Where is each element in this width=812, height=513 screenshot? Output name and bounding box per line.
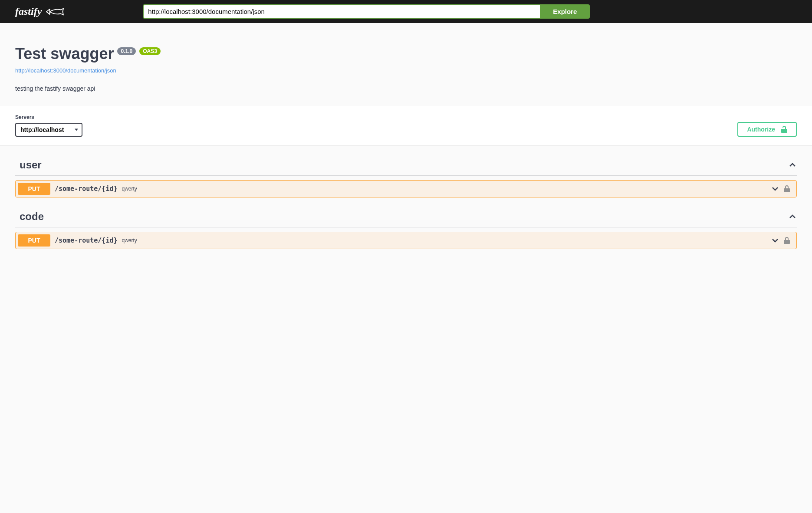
logo: fastify [15,6,65,17]
tag-section-code: code PUT /some-route/{id} qwerty [15,206,797,249]
spec-url-input[interactable] [143,4,540,19]
tag-section-user: user PUT /some-route/{id} qwerty [15,155,797,197]
api-title: Test swagger [15,45,114,63]
chevron-up-icon [788,212,797,221]
tag-name: user [20,159,42,171]
chevron-up-icon [788,161,797,169]
lock-icon[interactable] [784,185,790,192]
lock-icon[interactable] [784,237,790,244]
title-row: Test swagger 0.1.0 OAS3 [15,45,797,63]
version-badge: 0.1.0 [117,47,136,55]
tag-header[interactable]: code [15,206,797,227]
operation-row: PUT /some-route/{id} qwerty [15,232,797,249]
operation-summary: qwerty [122,186,772,192]
operation-header[interactable]: PUT /some-route/{id} qwerty [16,232,796,249]
authorize-label: Authorize [747,126,775,133]
servers-select[interactable]: http://localhost [15,123,82,137]
servers-label: Servers [15,114,82,120]
operation-right-controls [772,237,794,244]
topbar: fastify Explore [0,0,812,23]
http-method-badge: PUT [18,183,50,195]
scheme-section: Servers http://localhost Authorize [0,105,812,146]
authorize-button[interactable]: Authorize [737,122,797,137]
operation-path: /some-route/{id} [55,185,118,193]
chevron-down-icon [772,238,779,243]
oas-badge: OAS3 [139,47,161,55]
servers-block: Servers http://localhost [15,114,82,137]
lock-open-icon [781,126,787,133]
info-section: Test swagger 0.1.0 OAS3 http://localhost… [0,23,812,105]
logo-text: fastify [15,6,42,17]
chevron-down-icon [772,187,779,191]
http-method-badge: PUT [18,234,50,247]
tag-header[interactable]: user [15,155,797,176]
spec-url-link[interactable]: http://localhost:3000/documentation/json [15,67,116,74]
operation-right-controls [772,185,794,192]
fastify-fish-icon [45,7,65,17]
api-description: testing the fastify swagger api [15,85,797,92]
explore-button[interactable]: Explore [540,4,590,19]
tag-name: code [20,210,44,223]
operation-header[interactable]: PUT /some-route/{id} qwerty [16,181,796,197]
tags-container: user PUT /some-route/{id} qwerty [0,146,812,266]
operation-row: PUT /some-route/{id} qwerty [15,180,797,197]
operation-summary: qwerty [122,237,772,243]
operation-path: /some-route/{id} [55,237,118,244]
explore-form: Explore [143,4,590,19]
